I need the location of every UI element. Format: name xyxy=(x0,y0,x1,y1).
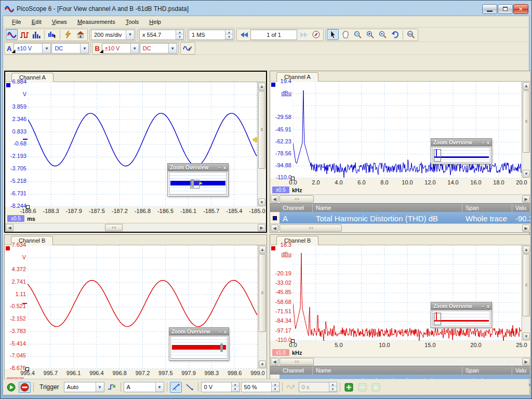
close-icon[interactable]: x xyxy=(223,165,226,170)
minimize-icon[interactable]: − xyxy=(482,140,484,145)
scroll-right-icon[interactable]: ▶ xyxy=(522,195,530,203)
zoom-factor-badge[interactable]: x1.0 xyxy=(272,349,289,356)
scope-view-button[interactable] xyxy=(6,29,18,40)
spectrum-b-horizontal-scrollbar[interactable]: ◀ ▶ xyxy=(270,357,530,366)
axis-origin-handle[interactable] xyxy=(26,205,30,209)
scroll-down-icon[interactable]: ▼ xyxy=(523,170,530,178)
col-header-channel[interactable]: Channel xyxy=(280,366,313,375)
close-icon[interactable]: x xyxy=(487,304,489,309)
chevron-down-icon[interactable]: ▼ xyxy=(96,382,104,392)
spin-down-icon[interactable]: ▼ xyxy=(272,387,279,392)
channel-a-coupling-select[interactable]: DC ▼ xyxy=(51,43,89,54)
scroll-down-icon[interactable]: ▼ xyxy=(258,198,265,206)
spectrum-a-vertical-scrollbar[interactable]: ▲ ▼ xyxy=(522,82,530,178)
spin-down-icon[interactable]: ▼ xyxy=(176,35,183,39)
chevron-down-icon[interactable]: ▼ xyxy=(155,382,164,392)
channel-b-options-button[interactable]: B◢ xyxy=(94,45,101,52)
axis-origin-handle[interactable] xyxy=(25,367,29,371)
scroll-thumb[interactable] xyxy=(280,195,314,203)
zoom-overview-map[interactable] xyxy=(169,172,227,195)
zoom-selection-rect[interactable] xyxy=(434,313,441,325)
menu-item[interactable]: Views xyxy=(47,17,72,26)
zoom-overview-map[interactable] xyxy=(170,336,228,359)
col-header-span[interactable]: Span xyxy=(462,204,512,212)
zoom-factor-badge[interactable]: x0.5 xyxy=(7,215,24,222)
channel-b-scope-panel[interactable]: Channel B 7.634V4.3722.7411.11-0.521-2.1… xyxy=(4,234,267,395)
scope-a-horizontal-scrollbar[interactable]: ◀ ▶ xyxy=(5,223,266,232)
menu-item[interactable]: Tools xyxy=(121,17,144,26)
spin-up-icon[interactable]: ▲ xyxy=(272,382,279,387)
zoom-in-button[interactable] xyxy=(364,29,376,40)
spin-down-icon[interactable]: ▼ xyxy=(225,35,233,39)
zoom-overview-window[interactable]: Zoom Overview −x xyxy=(431,138,492,164)
trigger-delay-spinner[interactable]: 0 s ▲▼ xyxy=(299,382,337,392)
normal-cursor-button[interactable] xyxy=(327,29,339,40)
channel-b-spectrum-panel[interactable]: Channel B 18.3dBu-20.19-33.02-45.85-58.6… xyxy=(270,234,531,395)
hand-tool-button[interactable] xyxy=(339,29,351,40)
scroll-right-icon[interactable]: ▶ xyxy=(522,224,530,232)
edge-trigger-button[interactable] xyxy=(106,382,118,393)
add-view-button[interactable] xyxy=(46,29,58,40)
expand-icon[interactable]: □ xyxy=(520,211,523,212)
start-capture-button[interactable] xyxy=(5,382,17,393)
pre-trigger-spinner[interactable]: 50 % ▲▼ xyxy=(241,382,280,392)
buffer-page-indicator[interactable]: 1 of 1 xyxy=(250,30,297,40)
zoom-overview-map[interactable] xyxy=(432,147,490,163)
zoom-100-button[interactable]: 100 xyxy=(405,29,417,40)
signal-generator-button[interactable] xyxy=(182,43,194,54)
title-bar[interactable]: PicoScope 6 - [Four View channel A and B… xyxy=(3,2,529,16)
scroll-up-icon[interactable]: ▲ xyxy=(523,82,530,90)
measurement-row-a[interactable]: A Total Harmonic Distortion (THD) dB Who… xyxy=(270,212,530,224)
menu-item[interactable]: Edit xyxy=(27,17,46,26)
zoom-selection-handle[interactable] xyxy=(220,343,223,352)
axis-origin-handle[interactable] xyxy=(291,339,295,343)
menu-item[interactable]: Help xyxy=(144,17,166,26)
scroll-thumb[interactable] xyxy=(523,254,530,316)
zoom-overview-window[interactable]: Zoom Overview −x xyxy=(167,163,229,196)
trigger-mode-select[interactable]: Auto ▼ xyxy=(64,382,104,392)
scroll-thumb[interactable] xyxy=(523,90,530,153)
scroll-thumb[interactable] xyxy=(280,224,342,232)
col-header-name[interactable]: Name xyxy=(313,366,462,375)
close-icon[interactable]: x xyxy=(224,329,227,335)
scroll-up-icon[interactable]: ▲ xyxy=(523,246,530,254)
spectrum-a-horizontal-scrollbar[interactable]: ◀ ▶ xyxy=(270,194,530,203)
channel-a-range-select[interactable]: ±10 V ▼ xyxy=(14,43,51,54)
channel-b-range-select[interactable]: ±10 V ▼ xyxy=(102,43,139,54)
menu-item[interactable]: File xyxy=(7,17,26,26)
col-header-span[interactable]: Span xyxy=(462,366,512,375)
zoom-overview-window[interactable]: Zoom Overview −x xyxy=(431,302,492,328)
scroll-left-icon[interactable]: ◀ xyxy=(271,224,278,232)
channel-b-coupling-select[interactable]: DC ▼ xyxy=(140,43,177,54)
spin-up-icon[interactable]: ▲ xyxy=(232,382,239,387)
restore-button[interactable] xyxy=(498,4,513,14)
collapse-icon[interactable]: − xyxy=(515,374,518,375)
spin-up-icon[interactable]: ▲ xyxy=(176,30,183,35)
zoom-factor-badge[interactable]: x0.5 xyxy=(272,187,289,193)
falling-edge-button[interactable] xyxy=(183,382,195,393)
minimize-icon[interactable]: − xyxy=(218,165,221,170)
chevron-down-icon[interactable]: ▼ xyxy=(130,44,139,53)
spectrum-view-button[interactable] xyxy=(31,29,43,40)
home-button[interactable] xyxy=(74,29,86,40)
scroll-right-icon[interactable]: ▶ xyxy=(258,224,265,231)
table-a-horizontal-scrollbar[interactable]: ◀ ▶ xyxy=(270,223,530,232)
buffer-navigator-button[interactable] xyxy=(310,29,322,40)
spin-down-icon[interactable]: ▼ xyxy=(232,387,239,392)
minimize-icon[interactable]: − xyxy=(482,304,484,309)
timebase-select[interactable]: 200 ms/div ▼ xyxy=(91,30,135,40)
auto-setup-button[interactable] xyxy=(62,29,74,40)
measurements-header[interactable]: Channel Name Span Valu−□ xyxy=(270,203,530,212)
scroll-left-icon[interactable]: ◀ xyxy=(271,195,278,203)
remove-measurement-button[interactable] xyxy=(356,382,368,393)
scroll-down-icon[interactable]: ▼ xyxy=(523,332,530,340)
scroll-thumb[interactable] xyxy=(258,91,265,169)
spin-up-icon[interactable]: ▲ xyxy=(225,30,233,35)
trigger-level-spinner[interactable]: 0 V ▲▼ xyxy=(201,382,240,392)
add-measurement-button[interactable] xyxy=(343,382,355,393)
scroll-left-icon[interactable]: ◀ xyxy=(271,358,278,365)
trigger-source-select[interactable]: A ▼ xyxy=(124,382,164,392)
zoom-overview-window[interactable]: Zoom Overview −x xyxy=(169,327,229,361)
scope-a-vertical-scrollbar[interactable]: ▲ ▼ xyxy=(257,82,266,207)
zoom-overview-map[interactable] xyxy=(432,311,490,326)
